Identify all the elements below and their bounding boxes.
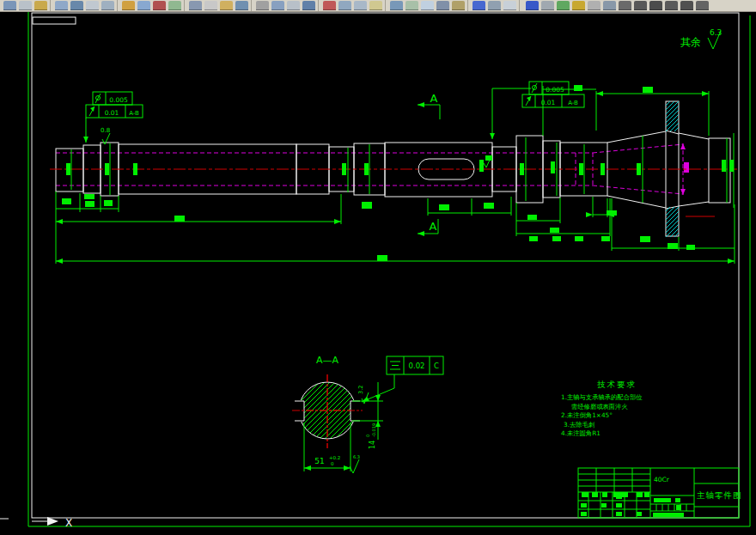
section-cut-marker-bottom: A	[418, 219, 438, 236]
dim-key-width-tol-up: 0	[365, 435, 370, 437]
gdt-left-datum: A-B	[129, 110, 139, 117]
toolbar-separator	[318, 0, 319, 11]
toolbar-icon[interactable]	[271, 1, 284, 10]
dimension-text-blob	[579, 163, 583, 175]
title-block-text-blob	[644, 492, 649, 497]
toolbar-icon[interactable]	[649, 1, 662, 10]
dimension-text-blob	[484, 203, 494, 209]
surface-roughness-note: 其余 6.3	[680, 28, 722, 49]
toolbar-icon[interactable]	[472, 1, 485, 10]
toolbar-icon[interactable]	[220, 1, 233, 10]
toolbar-icon[interactable]	[338, 1, 351, 10]
toolbar-icon[interactable]	[354, 1, 367, 10]
toolbar-icon[interactable]	[122, 1, 135, 10]
toolbar-icon[interactable]	[526, 1, 539, 10]
gdt-section-value: 0.02	[409, 362, 425, 370]
dimension-text-blob	[84, 194, 94, 199]
toolbar-icon[interactable]	[541, 1, 554, 10]
tech-req-line: 1.主轴与支承轴承的配合部位	[561, 393, 643, 401]
toolbar-icon[interactable]	[168, 1, 181, 10]
dimension-text-blob	[686, 245, 695, 250]
title-block-text-blob	[581, 512, 587, 516]
title-block-text-blob	[581, 503, 587, 508]
dimension-text-blob	[133, 163, 137, 175]
toolbar-icon[interactable]	[488, 1, 501, 10]
toolbar[interactable]	[0, 0, 756, 12]
section-view-title: A—A	[316, 355, 339, 366]
toolbar-icon[interactable]	[153, 1, 166, 10]
toolbar-icon[interactable]	[256, 1, 269, 10]
toolbar-separator	[385, 0, 386, 11]
dimension-text-blob	[668, 243, 678, 249]
surface-note-prefix: 其余	[680, 36, 701, 48]
toolbar-icon[interactable]	[503, 1, 516, 10]
roughness-section-bottom: 6.3	[353, 454, 360, 459]
dimension-text-blob	[601, 236, 610, 241]
toolbar-icon[interactable]	[634, 1, 647, 10]
dimension-text-blob	[62, 198, 71, 204]
title-block-text-blob	[616, 495, 622, 499]
toolbar-icon[interactable]	[55, 1, 68, 10]
toolbar-icon[interactable]	[101, 1, 114, 10]
toolbar-icon[interactable]	[323, 1, 336, 10]
dimension-text-blob	[637, 163, 641, 175]
gdt-section-datum: C	[434, 362, 439, 370]
section-label: A	[430, 92, 438, 105]
dimension-text-blob	[85, 201, 94, 207]
dimension-text-blob	[552, 236, 561, 241]
title-block-text-blob	[601, 503, 607, 508]
drawing-canvas[interactable]: 其余 6.3 0.8 0.005 0.01 A-B 0.005 0.01 A	[0, 0, 756, 535]
toolbar-icon[interactable]	[680, 1, 693, 10]
dimension-text-blob	[439, 204, 449, 210]
title-block-text-blob	[675, 498, 680, 502]
title-block-text-blob	[616, 503, 622, 508]
dimension-text-blob	[643, 87, 653, 93]
title-block-text-blob	[592, 492, 598, 497]
toolbar-icon[interactable]	[86, 1, 99, 10]
toolbar-icon[interactable]	[369, 1, 382, 10]
dim-key-width: 14	[369, 441, 376, 449]
dimension-text-blob	[551, 161, 555, 173]
toolbar-icon[interactable]	[189, 1, 202, 10]
toolbar-icon[interactable]	[70, 1, 83, 10]
dimension-text-blob	[575, 236, 583, 241]
toolbar-icon[interactable]	[436, 1, 449, 10]
toolbar-icon[interactable]	[603, 1, 616, 10]
toolbar-icon[interactable]	[3, 1, 16, 10]
toolbar-icon[interactable]	[390, 1, 403, 10]
dimension-text-blob	[722, 160, 726, 172]
toolbar-icon[interactable]	[204, 1, 217, 10]
frame-corner-box	[33, 17, 76, 24]
centerlines	[50, 169, 737, 448]
toolbar-icon[interactable]	[19, 1, 32, 10]
toolbar-icon[interactable]	[452, 1, 465, 10]
gdt-left-r1: 0.005	[109, 96, 128, 104]
toolbar-icon[interactable]	[287, 1, 300, 10]
sheet-border	[28, 11, 750, 526]
toolbar-icon[interactable]	[588, 1, 601, 10]
dimensions	[56, 85, 735, 517]
dimension-text-blob	[520, 163, 524, 175]
toolbar-icon[interactable]	[696, 1, 709, 10]
dim-across-flats-tol-dn: 0	[331, 461, 334, 466]
toolbar-icon[interactable]	[619, 1, 631, 10]
toolbar-icon[interactable]	[137, 1, 150, 10]
toolbar-icon[interactable]	[302, 1, 315, 10]
gdt-right-datum: A-B	[568, 100, 578, 106]
toolbar-separator	[467, 0, 468, 11]
toolbar-icon[interactable]	[405, 1, 418, 10]
drawing-title: 主轴零件图	[697, 490, 742, 500]
tech-req-line: 4.未注圆角R1	[561, 429, 601, 437]
title-block-text-blob	[616, 512, 622, 516]
tech-req-line: 2.未注倒角1×45°	[561, 411, 613, 419]
toolbar-icon[interactable]	[421, 1, 434, 10]
toolbar-icon[interactable]	[34, 1, 47, 10]
toolbar-icon[interactable]	[235, 1, 248, 10]
toolbar-separator	[117, 0, 118, 11]
toolbar-icon[interactable]	[557, 1, 570, 10]
title-block-text-blob	[654, 498, 671, 502]
dimension-text-blob	[66, 163, 70, 175]
toolbar-icon[interactable]	[665, 1, 678, 10]
toolbar-icon[interactable]	[572, 1, 585, 10]
section-cut-marker-top: A	[418, 92, 440, 119]
